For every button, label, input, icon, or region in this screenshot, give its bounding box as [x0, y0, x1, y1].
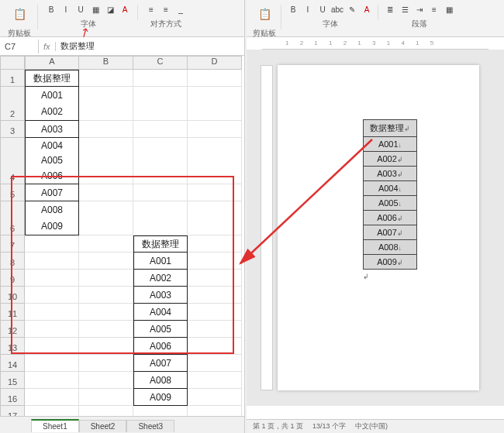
- cell[interactable]: [133, 201, 188, 235]
- cell[interactable]: [79, 338, 133, 355]
- row-header[interactable]: 15: [0, 372, 25, 389]
- cell[interactable]: [79, 138, 133, 184]
- cell[interactable]: [79, 121, 133, 138]
- fx-label[interactable]: fx: [39, 42, 56, 51]
- cell[interactable]: [188, 355, 242, 372]
- cell[interactable]: 数据整理: [133, 235, 188, 253]
- cell[interactable]: A002: [133, 270, 188, 287]
- sheet-tab-2[interactable]: Sheet2: [79, 420, 127, 432]
- word-table-cell[interactable]: A008↓: [364, 240, 417, 255]
- cell[interactable]: [188, 287, 242, 304]
- cell[interactable]: [25, 287, 79, 304]
- row-header[interactable]: 8: [0, 253, 25, 270]
- border-button[interactable]: ▦: [89, 3, 102, 15]
- row-header[interactable]: 7: [0, 235, 25, 253]
- horizontal-ruler[interactable]: 1 2 1 1 2 1 3 1 4 1 5: [262, 37, 488, 50]
- cell[interactable]: [133, 121, 188, 138]
- bullets-icon[interactable]: ≣: [384, 3, 396, 15]
- cell[interactable]: [25, 235, 79, 253]
- cell[interactable]: [25, 338, 79, 355]
- cell[interactable]: A008 A009: [25, 201, 79, 235]
- col-header-d[interactable]: D: [188, 56, 242, 70]
- bold-button[interactable]: B: [287, 3, 299, 15]
- col-header-b[interactable]: B: [79, 56, 133, 70]
- underline-button[interactable]: U: [74, 3, 87, 15]
- italic-button[interactable]: I: [302, 3, 314, 15]
- cell[interactable]: [133, 184, 188, 201]
- col-header-a[interactable]: A: [25, 56, 79, 70]
- paste-button[interactable]: 📋: [9, 3, 30, 25]
- font-color-button[interactable]: A: [361, 3, 373, 15]
- row-header[interactable]: 4: [0, 138, 25, 184]
- cell[interactable]: [188, 87, 242, 121]
- cell[interactable]: [79, 304, 133, 321]
- cell[interactable]: [188, 138, 242, 184]
- row-header[interactable]: 6: [0, 201, 25, 235]
- cell[interactable]: [188, 70, 242, 87]
- sheet-tab-1[interactable]: Sheet1: [31, 419, 79, 432]
- align-center-icon[interactable]: ≡: [160, 3, 172, 15]
- vertical-ruler[interactable]: [261, 65, 273, 390]
- cell[interactable]: [188, 253, 242, 270]
- word-table-cell[interactable]: A003↲: [364, 167, 417, 181]
- cell[interactable]: [79, 321, 133, 338]
- merge-icon[interactable]: ⎯: [174, 3, 187, 15]
- word-table-cell[interactable]: A006↲: [364, 211, 417, 225]
- cell[interactable]: [25, 355, 79, 372]
- sheet-tab-3[interactable]: Sheet3: [126, 420, 174, 432]
- word-table-cell[interactable]: A005↓: [364, 196, 417, 211]
- cell[interactable]: [133, 138, 188, 184]
- cell[interactable]: A004 A005 A006: [25, 138, 79, 184]
- cell[interactable]: [25, 253, 79, 270]
- cell[interactable]: 数据整理: [25, 70, 79, 87]
- cell[interactable]: A006: [133, 338, 188, 355]
- cell[interactable]: A008: [133, 372, 188, 389]
- bold-button[interactable]: B: [45, 3, 57, 15]
- shading-icon[interactable]: ▦: [443, 3, 455, 15]
- cell[interactable]: A003: [133, 287, 188, 304]
- cell[interactable]: [79, 235, 133, 253]
- cell[interactable]: [188, 372, 242, 389]
- cell[interactable]: [79, 87, 133, 121]
- cell[interactable]: [188, 121, 242, 138]
- cell[interactable]: [188, 338, 242, 355]
- cell[interactable]: [79, 70, 133, 87]
- indent-icon[interactable]: ⇥: [413, 3, 426, 15]
- name-box[interactable]: C7: [0, 40, 39, 53]
- row-header[interactable]: 14: [0, 355, 25, 372]
- cell[interactable]: [188, 235, 242, 253]
- cell[interactable]: [188, 304, 242, 321]
- cell[interactable]: [25, 321, 79, 338]
- cell[interactable]: [79, 372, 133, 389]
- row-header[interactable]: 12: [0, 321, 25, 338]
- cell[interactable]: [188, 201, 242, 235]
- cell[interactable]: [79, 287, 133, 304]
- row-header[interactable]: 1: [0, 70, 25, 87]
- row-header[interactable]: 10: [0, 287, 25, 304]
- paste-button[interactable]: 📋: [254, 3, 275, 25]
- word-table-cell[interactable]: A009↲: [364, 255, 417, 270]
- word-table-cell[interactable]: A004↓: [364, 181, 417, 196]
- word-page[interactable]: 数据整理↲ A001↓ A002↲ A003↲ A004↓ A005↓ A006…: [278, 65, 479, 390]
- cell[interactable]: A003: [25, 121, 79, 138]
- strike-button[interactable]: abc: [331, 3, 343, 15]
- cell[interactable]: [188, 184, 242, 201]
- cell[interactable]: [79, 389, 133, 406]
- row-header[interactable]: 11: [0, 304, 25, 321]
- word-table-cell[interactable]: A001↓: [364, 137, 417, 152]
- cell[interactable]: A009: [133, 389, 188, 406]
- cell[interactable]: [79, 253, 133, 270]
- cell[interactable]: [79, 184, 133, 201]
- word-table-header-cell[interactable]: 数据整理↲: [364, 120, 417, 137]
- select-all-corner[interactable]: [0, 56, 25, 70]
- row-header[interactable]: 3: [0, 121, 25, 138]
- highlight-button[interactable]: ✎: [346, 3, 358, 15]
- formula-input[interactable]: 数据整理: [56, 38, 244, 54]
- cell[interactable]: A007: [133, 355, 188, 372]
- row-header[interactable]: 5: [0, 184, 25, 201]
- cell[interactable]: [25, 372, 79, 389]
- cell[interactable]: [188, 321, 242, 338]
- cell[interactable]: A001: [133, 253, 188, 270]
- align-icon[interactable]: ≡: [428, 3, 440, 15]
- cell[interactable]: [133, 87, 188, 121]
